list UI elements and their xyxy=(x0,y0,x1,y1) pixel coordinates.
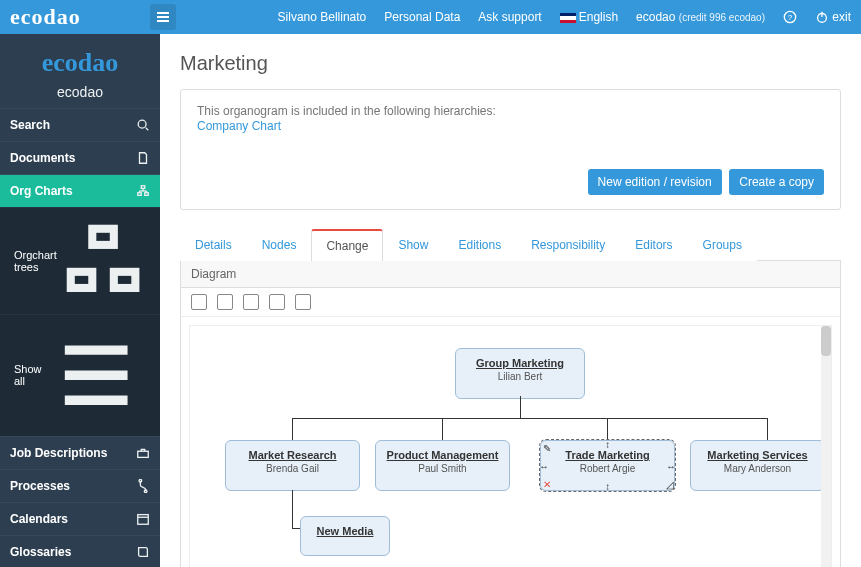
connector xyxy=(442,418,443,440)
svg-rect-25 xyxy=(138,514,149,524)
sidebar-subitem-show-all[interactable]: Show all xyxy=(0,314,160,435)
ask-support-link[interactable]: Ask support xyxy=(478,10,541,24)
svg-rect-18 xyxy=(114,272,136,288)
node-product-management[interactable]: Product Management Paul Smith xyxy=(375,440,510,491)
power-icon xyxy=(815,10,829,24)
svg-rect-10 xyxy=(138,193,142,196)
tab-change[interactable]: Change xyxy=(311,229,383,261)
tab-details[interactable]: Details xyxy=(180,229,247,261)
delete-handle-icon[interactable]: ✕ xyxy=(543,479,551,490)
svg-line-8 xyxy=(146,128,149,131)
connector xyxy=(767,418,768,440)
tab-nodes[interactable]: Nodes xyxy=(247,229,312,261)
tab-groups[interactable]: Groups xyxy=(688,229,757,261)
connector xyxy=(292,418,293,440)
scrollbar-thumb[interactable] xyxy=(821,326,831,356)
node-marketing-services[interactable]: Marketing Services Mary Anderson xyxy=(690,440,825,491)
resize-handle-icon[interactable]: ↔ xyxy=(539,461,549,472)
diagram-toolbar xyxy=(181,288,840,317)
search-icon xyxy=(136,118,150,132)
branch-icon xyxy=(136,479,150,493)
tool-connector[interactable] xyxy=(243,294,259,310)
svg-rect-17 xyxy=(71,272,93,288)
resize-handle-icon[interactable]: ↔ xyxy=(666,461,676,472)
sidebar: ecodao ecodao Search Documents Org Chart… xyxy=(0,34,160,567)
tab-show[interactable]: Show xyxy=(383,229,443,261)
tab-editions[interactable]: Editions xyxy=(443,229,516,261)
sidebar-item-processes[interactable]: Processes xyxy=(0,469,160,502)
resize-handle-icon[interactable]: ↕ xyxy=(605,439,610,450)
diagram-canvas[interactable]: Group Marketing Lilian Bert Market Resea… xyxy=(189,325,832,567)
user-name-link[interactable]: Silvano Bellinato xyxy=(278,10,367,24)
node-group-marketing[interactable]: Group Marketing Lilian Bert xyxy=(455,348,585,399)
uk-flag-icon xyxy=(560,13,576,23)
sidebar-item-documents[interactable]: Documents xyxy=(0,141,160,174)
side-sub: ecodao xyxy=(0,84,160,108)
sidebar-item-org-charts[interactable]: Org Charts xyxy=(0,174,160,207)
svg-point-7 xyxy=(138,120,146,128)
sitemap-icon xyxy=(136,184,150,198)
help-button[interactable]: ? xyxy=(783,10,797,25)
hamburger-icon xyxy=(156,11,170,23)
tool-edit[interactable] xyxy=(295,294,311,310)
tenant-link[interactable]: ecodao (credit 996 ecodao) xyxy=(636,10,765,24)
company-chart-link[interactable]: Company Chart xyxy=(197,119,281,133)
sidebar-subitem-orgchart-trees[interactable]: Orgchart trees xyxy=(0,207,160,314)
page-title: Marketing xyxy=(180,52,841,75)
connector xyxy=(292,418,767,419)
topbar-right: Silvano Bellinato Personal Data Ask supp… xyxy=(278,10,851,25)
content: Marketing This organogram is included in… xyxy=(160,34,861,567)
tab-responsibility[interactable]: Responsibility xyxy=(516,229,620,261)
help-icon: ? xyxy=(783,10,797,24)
book-icon xyxy=(136,545,150,559)
connector xyxy=(607,418,608,440)
sidebar-item-calendars[interactable]: Calendars xyxy=(0,502,160,535)
new-edition-button[interactable]: New edition / revision xyxy=(588,169,722,195)
resize-handle-icon[interactable]: ↕ xyxy=(605,481,610,492)
tool-shape[interactable] xyxy=(269,294,285,310)
list-icon xyxy=(46,325,146,425)
briefcase-icon xyxy=(136,446,150,460)
calendar-icon xyxy=(136,512,150,526)
diagram-header: Diagram xyxy=(181,261,840,288)
canvas-scrollbar[interactable] xyxy=(821,326,831,567)
brand-logo: ecodao xyxy=(10,4,150,30)
sidebar-subnav: Orgchart trees Show all xyxy=(0,207,160,436)
menu-toggle-button[interactable] xyxy=(150,4,176,30)
tree-icon xyxy=(60,218,146,304)
node-market-research[interactable]: Market Research Brenda Gail xyxy=(225,440,360,491)
topbar: ecodao Silvano Bellinato Personal Data A… xyxy=(0,0,861,34)
tool-pointer[interactable] xyxy=(191,294,207,310)
personal-data-link[interactable]: Personal Data xyxy=(384,10,460,24)
svg-text:?: ? xyxy=(788,13,793,22)
info-panel: This organogram is included in the follo… xyxy=(180,89,841,210)
tab-bar: Details Nodes Change Show Editions Respo… xyxy=(180,228,841,261)
create-copy-button[interactable]: Create a copy xyxy=(729,169,824,195)
exit-button[interactable]: exit xyxy=(815,10,851,25)
connector xyxy=(292,490,293,528)
corner-handle-icon[interactable]: ◿ xyxy=(666,479,674,490)
svg-rect-16 xyxy=(92,229,114,245)
diagram-wrapper: Diagram Group Marketing Lilian Bert xyxy=(180,261,841,567)
language-selector[interactable]: English xyxy=(560,10,618,24)
side-brand: ecodao xyxy=(0,34,160,84)
svg-rect-22 xyxy=(138,451,149,457)
svg-rect-9 xyxy=(141,186,145,189)
info-text: This organogram is included in the follo… xyxy=(197,104,824,118)
node-new-media[interactable]: New Media xyxy=(300,516,390,556)
document-icon xyxy=(136,151,150,165)
svg-rect-11 xyxy=(145,193,149,196)
sidebar-item-job-descriptions[interactable]: Job Descriptions xyxy=(0,436,160,469)
connector xyxy=(520,396,521,418)
tab-editors[interactable]: Editors xyxy=(620,229,687,261)
node-trade-marketing[interactable]: ✎ ↕ ↔ ↔ ✕ ↕ ◿ Trade Marketing Robert Arg… xyxy=(540,440,675,491)
sidebar-item-glossaries[interactable]: Glossaries xyxy=(0,535,160,568)
sidebar-item-search[interactable]: Search xyxy=(0,108,160,141)
edit-handle-icon[interactable]: ✎ xyxy=(543,443,551,454)
tool-box[interactable] xyxy=(217,294,233,310)
